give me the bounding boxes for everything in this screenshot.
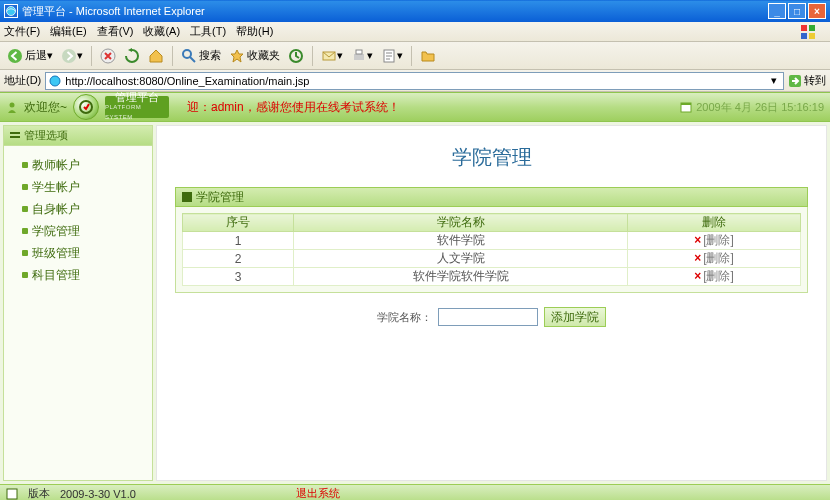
svg-point-8 (183, 50, 191, 58)
delete-link[interactable]: ×[删除] (694, 233, 734, 247)
delete-link[interactable]: ×[删除] (694, 269, 734, 283)
close-button[interactable]: × (808, 3, 826, 19)
svg-rect-23 (7, 489, 17, 499)
x-icon: × (694, 233, 701, 247)
user-icon (6, 101, 18, 113)
mail-button[interactable]: ▾ (318, 45, 346, 67)
go-button[interactable]: 转到 (788, 72, 826, 90)
list-icon (10, 131, 20, 141)
edit-button[interactable]: ▾ (378, 45, 406, 67)
stop-button[interactable] (97, 45, 119, 67)
bullet-icon (22, 206, 28, 212)
address-url: http://localhost:8080/Online_Examination… (65, 75, 767, 87)
address-input[interactable]: http://localhost:8080/Online_Examination… (45, 72, 784, 90)
version-value: 2009-3-30 V1.0 (60, 488, 136, 500)
maximize-button[interactable]: □ (788, 3, 806, 19)
ie-toolbar: 后退 ▾ ▾ 搜索 收藏夹 ▾ ▾ ▾ (0, 42, 830, 70)
menu-view[interactable]: 查看(V) (97, 24, 134, 39)
add-college-button[interactable]: 添加学院 (544, 307, 606, 327)
sidebar-item-student[interactable]: 学生帐户 (4, 176, 152, 198)
panel-header: 学院管理 (175, 187, 808, 207)
sidebar-item-college[interactable]: 学院管理 (4, 220, 152, 242)
forward-button[interactable]: ▾ (58, 45, 86, 67)
sidebar-header: 管理选项 (4, 126, 152, 146)
sidebar-item-class[interactable]: 班级管理 (4, 242, 152, 264)
svg-rect-2 (809, 25, 815, 31)
delete-link[interactable]: ×[删除] (694, 251, 734, 265)
sidebar-item-teacher[interactable]: 教师帐户 (4, 154, 152, 176)
address-dropdown-icon[interactable]: ▾ (767, 74, 781, 87)
college-panel: 学院管理 序号 学院名称 删除 1软件学院×[删除]2人文学院×[删除]3软件学… (175, 187, 808, 293)
cell-id: 3 (183, 268, 294, 286)
window-titlebar: 管理平台 - Microsoft Internet Explorer _ □ × (0, 0, 830, 22)
version-bar: 版本 2009-3-30 V1.0 退出系统 (0, 484, 830, 500)
college-name-input[interactable] (438, 308, 538, 326)
svg-rect-4 (809, 33, 815, 39)
sidebar: 管理选项 教师帐户 学生帐户 自身帐户 学院管理 班级管理 科目管理 (3, 125, 153, 481)
page-title: 学院管理 (175, 144, 808, 171)
logout-link[interactable]: 退出系统 (296, 486, 340, 500)
history-button[interactable] (285, 45, 307, 67)
menu-favorites[interactable]: 收藏(A) (143, 24, 180, 39)
version-label: 版本 (28, 486, 50, 500)
svg-point-6 (62, 49, 76, 63)
svg-rect-11 (354, 54, 364, 60)
cell-name: 软件学院 (294, 232, 628, 250)
cell-delete: ×[删除] (627, 232, 800, 250)
home-button[interactable] (145, 45, 167, 67)
bullet-icon (22, 184, 28, 190)
datetime-display: 2009年 4月 26日 15:16:19 (680, 100, 824, 115)
table-row: 1软件学院×[删除] (183, 232, 801, 250)
favorites-button[interactable]: 收藏夹 (226, 45, 283, 67)
svg-rect-1 (801, 25, 807, 31)
sidebar-item-self[interactable]: 自身帐户 (4, 198, 152, 220)
app-main: 管理选项 教师帐户 学生帐户 自身帐户 学院管理 班级管理 科目管理 学院管理 … (0, 122, 830, 484)
svg-rect-20 (10, 132, 20, 134)
cell-delete: ×[删除] (627, 268, 800, 286)
panel-icon (182, 192, 192, 202)
print-button[interactable]: ▾ (348, 45, 376, 67)
cell-name: 人文学院 (294, 250, 628, 268)
windows-flag-icon (800, 24, 816, 40)
refresh-button[interactable] (121, 45, 143, 67)
bullet-icon (22, 228, 28, 234)
minimize-button[interactable]: _ (768, 3, 786, 19)
sidebar-items: 教师帐户 学生帐户 自身帐户 学院管理 班级管理 科目管理 (4, 146, 152, 294)
svg-rect-19 (681, 103, 691, 105)
x-icon: × (694, 251, 701, 265)
svg-rect-21 (10, 136, 20, 138)
cell-name: 软件学院软件学院 (294, 268, 628, 286)
sidebar-item-subject[interactable]: 科目管理 (4, 264, 152, 286)
x-icon: × (694, 269, 701, 283)
bullet-icon (22, 250, 28, 256)
back-button[interactable]: 后退 ▾ (4, 45, 56, 67)
menu-tools[interactable]: 工具(T) (190, 24, 226, 39)
menu-bar: 文件(F) 编辑(E) 查看(V) 收藏(A) 工具(T) 帮助(H) (0, 22, 830, 42)
add-college-form: 学院名称： 添加学院 (175, 307, 808, 327)
menu-edit[interactable]: 编辑(E) (50, 24, 87, 39)
version-icon (6, 488, 18, 500)
window-title: 管理平台 - Microsoft Internet Explorer (22, 4, 768, 19)
col-delete: 删除 (627, 214, 800, 232)
app-header: 欢迎您~ 管理平台PLATFORM SYSTEM 迎：admin，感谢您使用在线… (0, 92, 830, 122)
college-table: 序号 学院名称 删除 1软件学院×[删除]2人文学院×[删除]3软件学院软件学院… (182, 213, 801, 286)
content-area: 学院管理 学院管理 序号 学院名称 删除 1软件学院×[删除]2人文学院×[删除… (156, 125, 827, 481)
welcome-text: 欢迎您~ (24, 99, 67, 116)
svg-point-5 (8, 49, 22, 63)
menu-help[interactable]: 帮助(H) (236, 24, 273, 39)
favicon-icon (48, 74, 62, 88)
ie-icon (4, 4, 18, 18)
bullet-icon (22, 162, 28, 168)
col-name: 学院名称 (294, 214, 628, 232)
calendar-icon (680, 101, 692, 113)
address-label: 地址(D) (4, 73, 41, 88)
brand-badge: 管理平台PLATFORM SYSTEM (105, 96, 169, 118)
cell-delete: ×[删除] (627, 250, 800, 268)
svg-rect-22 (182, 192, 192, 202)
svg-point-14 (50, 76, 60, 86)
folder-button[interactable] (417, 45, 439, 67)
svg-point-17 (80, 101, 92, 113)
svg-point-16 (10, 103, 15, 108)
menu-file[interactable]: 文件(F) (4, 24, 40, 39)
search-button[interactable]: 搜索 (178, 45, 224, 67)
